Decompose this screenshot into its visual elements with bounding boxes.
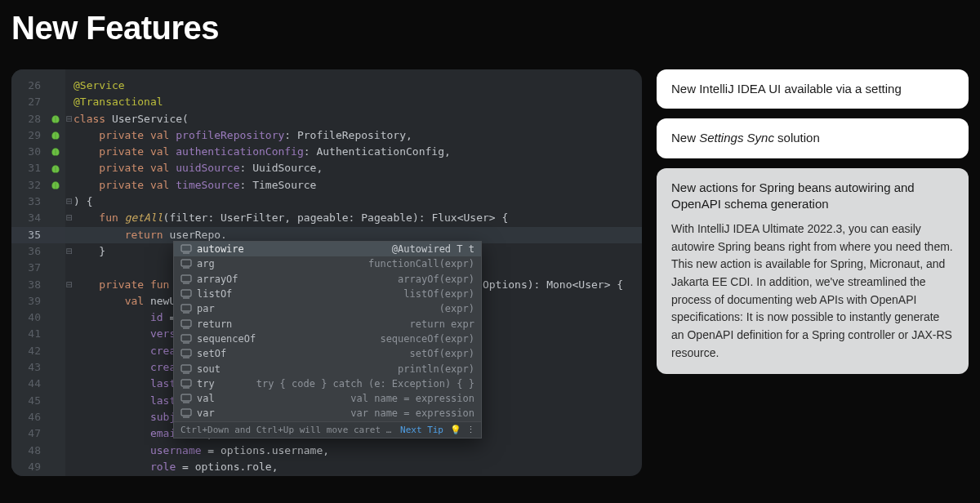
line-number: 33 — [11, 194, 46, 210]
completion-item[interactable]: setOfsetOf(expr) — [174, 346, 481, 361]
completion-item[interactable]: sequenceOfsequenceOf(expr) — [174, 332, 481, 346]
feature-cards: New IntelliJ IDEA UI available via a set… — [657, 69, 969, 374]
fold-toggle — [65, 94, 74, 110]
code-line[interactable]: 29 private val profileRepository: Profil… — [11, 127, 642, 144]
line-number: 28 — [11, 111, 46, 127]
page-title: New Features — [11, 10, 969, 47]
card-text-pre: New — [671, 131, 699, 145]
completion-item[interactable]: argfunctionCall(expr) — [174, 256, 481, 271]
kebab-icon[interactable]: ⋮ — [466, 425, 474, 435]
code-text: private val authenticationConfig: Authen… — [74, 144, 451, 160]
line-number: 34 — [11, 210, 46, 226]
code-line[interactable]: 34⊟ fun getAll(filter: UserFilter, pagea… — [11, 210, 642, 226]
svg-rect-0 — [181, 245, 191, 252]
template-icon — [180, 258, 192, 269]
completion-item-name: sout — [197, 363, 398, 375]
line-number: 26 — [11, 78, 46, 94]
line-number: 41 — [11, 326, 46, 342]
template-icon — [180, 393, 192, 404]
fold-toggle — [65, 326, 74, 342]
code-line[interactable]: 27 @Transactional — [11, 94, 642, 110]
completion-item-name: arrayOf — [197, 274, 398, 285]
svg-rect-16 — [181, 365, 191, 372]
code-text: @Service — [74, 78, 125, 94]
spring-leaf-icon — [46, 147, 65, 157]
fold-toggle[interactable]: ⊟ — [65, 210, 74, 226]
completion-item-type: try { code } catch (e: Exception) { } — [256, 378, 474, 389]
completion-item[interactable]: varvar name = expression — [174, 406, 481, 421]
completion-item-type: (expr) — [439, 303, 474, 314]
fold-toggle — [65, 359, 74, 376]
svg-rect-18 — [181, 380, 191, 386]
line-number: 31 — [11, 160, 46, 176]
completion-item[interactable]: trytry { code } catch (e: Exception) { } — [174, 376, 481, 391]
completion-item-name: try — [197, 378, 256, 389]
template-icon — [180, 274, 192, 285]
spring-leaf-icon — [46, 131, 65, 140]
code-text: private val timeSource: TimeSource — [74, 177, 316, 194]
template-icon — [180, 318, 192, 330]
card-text-em: Settings Sync — [699, 131, 774, 145]
completion-item-type: return expr — [410, 318, 474, 330]
code-line[interactable]: 31 private val uuidSource: UuidSource, — [11, 160, 642, 176]
feature-card-ui[interactable]: New IntelliJ IDEA UI available via a set… — [657, 69, 969, 109]
spring-leaf-icon — [46, 164, 65, 174]
code-text: } — [74, 243, 105, 260]
template-icon — [180, 243, 192, 255]
line-number: 44 — [11, 376, 46, 392]
completion-item[interactable]: listOflistOf(expr) — [174, 287, 481, 301]
completion-item-name: par — [197, 303, 439, 314]
completion-item[interactable]: par(expr) — [174, 301, 481, 316]
code-line[interactable]: 48 username = options.username, — [11, 443, 642, 459]
bulb-icon[interactable]: 💡 — [450, 425, 461, 435]
completion-hint: Ctrl+Down and Ctrl+Up will move caret do… — [180, 425, 392, 435]
code-line[interactable]: 32 private val timeSource: TimeSource — [11, 177, 642, 194]
feature-card-settings-sync[interactable]: New Settings Sync solution — [657, 118, 969, 158]
fold-toggle[interactable]: ⊟ — [65, 277, 74, 293]
code-text: private val profileRepository: ProfileRe… — [74, 127, 412, 144]
code-line[interactable]: 30 private val authenticationConfig: Aut… — [11, 144, 642, 160]
fold-toggle[interactable]: ⊟ — [65, 194, 74, 210]
spring-leaf-icon — [46, 180, 65, 190]
completion-item-type: setOf(expr) — [410, 348, 474, 359]
completion-item[interactable]: arrayOfarrayOf(expr) — [174, 272, 481, 287]
completion-item[interactable]: soutprintln(expr) — [174, 361, 481, 376]
code-text: private val uuidSource: UuidSource, — [74, 160, 323, 176]
completion-item[interactable]: autowire@Autowired T t — [174, 242, 481, 256]
svg-rect-12 — [181, 335, 191, 341]
code-editor[interactable]: 26 @Service27 @Transactional28⊟class Use… — [11, 69, 642, 476]
completion-popup[interactable]: autowire@Autowired T targfunctionCall(ex… — [173, 241, 482, 438]
completion-item-type: println(expr) — [398, 363, 474, 375]
completion-item-type: listOf(expr) — [403, 288, 474, 300]
code-line[interactable]: 28⊟class UserService( — [11, 111, 642, 127]
completion-item-type: val name = expression — [350, 393, 474, 404]
template-icon — [180, 407, 192, 419]
line-number: 36 — [11, 243, 46, 260]
line-number: 43 — [11, 359, 46, 376]
completion-item[interactable]: valval name = expression — [174, 391, 481, 406]
code-text: fun getAll(filter: UserFilter, pageable:… — [74, 210, 508, 226]
fold-toggle — [65, 177, 74, 194]
completion-item-type: @Autowired T t — [392, 243, 474, 255]
code-line[interactable]: 26 @Service — [11, 78, 642, 94]
svg-rect-22 — [181, 409, 191, 416]
code-line[interactable]: 49 role = options.role, — [11, 459, 642, 475]
fold-toggle — [65, 376, 74, 392]
fold-toggle — [65, 144, 74, 160]
card-text: New IntelliJ IDEA UI available via a set… — [671, 82, 902, 96]
code-line[interactable]: 33⊟) { — [11, 194, 642, 210]
completion-item-type: functionCall(expr) — [368, 258, 474, 269]
completion-item[interactable]: returnreturn expr — [174, 316, 481, 331]
line-number: 49 — [11, 459, 46, 475]
completion-item-name: setOf — [197, 348, 410, 359]
fold-toggle[interactable]: ⊟ — [65, 243, 74, 260]
next-tip-link[interactable]: Next Tip — [400, 425, 443, 435]
fold-toggle — [65, 443, 74, 459]
template-icon — [180, 333, 192, 345]
card-text-post: solution — [774, 131, 820, 145]
svg-rect-8 — [181, 305, 191, 311]
completion-item-name: return — [197, 318, 410, 330]
card-title: New actions for Spring beans autowiring … — [671, 180, 954, 213]
fold-toggle — [65, 393, 74, 409]
fold-toggle[interactable]: ⊟ — [65, 111, 74, 127]
